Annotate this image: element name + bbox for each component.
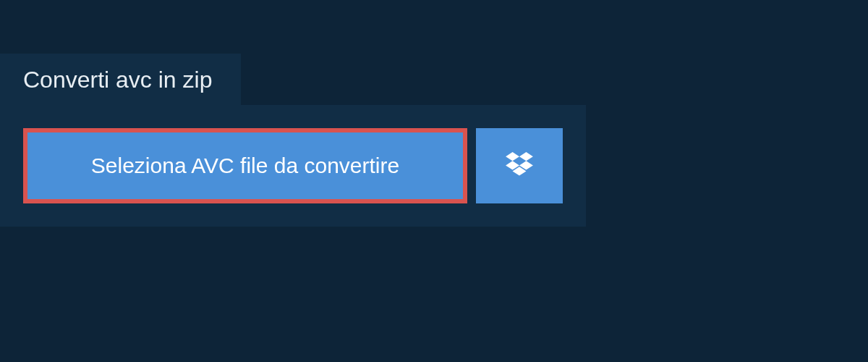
select-file-button[interactable]: Seleziona AVC file da convertire — [23, 128, 467, 203]
upload-panel: Seleziona AVC file da convertire — [0, 105, 586, 227]
dropbox-button[interactable] — [476, 128, 563, 203]
select-file-label: Seleziona AVC file da convertire — [91, 153, 399, 178]
converter-page: Converti avc in zip Seleziona AVC file d… — [0, 0, 868, 362]
tab-title-text: Converti avc in zip — [23, 67, 212, 93]
dropbox-icon — [506, 152, 533, 180]
tab-title: Converti avc in zip — [0, 54, 241, 106]
